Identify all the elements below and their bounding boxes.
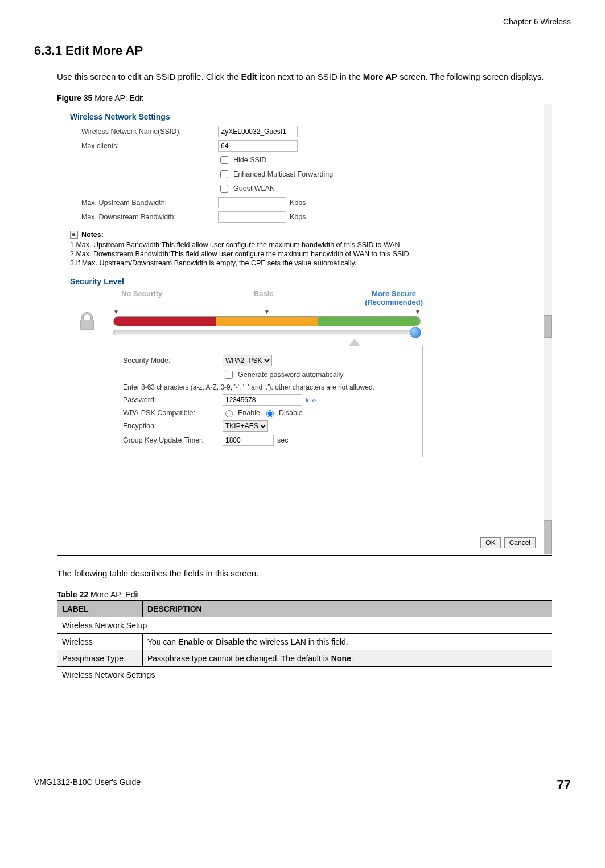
security-level-title: Security Level bbox=[70, 273, 539, 286]
scrollbar-thumb[interactable] bbox=[544, 315, 552, 338]
table-row: Wireless You can Enable or Disable the w… bbox=[57, 633, 552, 650]
hide-ssid-checkbox[interactable] bbox=[220, 156, 228, 164]
row-emf: Enhanced Multicast Forwarding bbox=[70, 169, 539, 180]
level-more-secure-text: More Secure bbox=[372, 289, 416, 298]
level-more-secure: More Secure (Recommended) bbox=[365, 289, 423, 306]
note-item: 3.If Max. Upstream/Downstream Bandwidth … bbox=[70, 259, 539, 267]
intro-text: Use this screen to edit an SSID profile.… bbox=[57, 72, 241, 81]
table-caption: Table 22 More AP: Edit bbox=[57, 590, 571, 599]
bold-text: Enable bbox=[178, 637, 204, 646]
bold-text: Disable bbox=[216, 637, 244, 646]
security-settings-panel: Security Mode: WPA2 -PSK Generate passwo… bbox=[116, 346, 423, 457]
guest-wlan-checkbox[interactable] bbox=[220, 185, 228, 193]
slider-knob[interactable] bbox=[410, 327, 421, 338]
note-item: 2.Max. Downstream Bandwidth:This field a… bbox=[70, 250, 539, 258]
ssid-label: Wireless Network Name(SSID): bbox=[70, 128, 218, 136]
emf-label: Enhanced Multicast Forwarding bbox=[233, 170, 333, 178]
after-figure-text: The following table describes the fields… bbox=[57, 567, 571, 580]
table-title: More AP: Edit bbox=[88, 590, 139, 599]
password-input[interactable] bbox=[223, 394, 302, 406]
row-hide-ssid: Hide SSID bbox=[70, 154, 539, 166]
note-item: 1.Max. Upstream Bandwidth:This field all… bbox=[70, 241, 539, 249]
row-down-bw: Max. Downstream Bandwidth: Kbps bbox=[70, 211, 539, 223]
encryption-select[interactable]: TKIP+AES bbox=[223, 420, 268, 432]
sec-unit-label: sec bbox=[277, 436, 288, 444]
figure-caption: Figure 35 More AP: Edit bbox=[57, 93, 571, 103]
footer-guide: VMG1312-B10C User's Guide bbox=[34, 777, 141, 792]
group-key-timer-input[interactable] bbox=[223, 435, 274, 446]
text: the wireless LAN in this field. bbox=[244, 637, 348, 646]
td-desc: You can Enable or Disable the wireless L… bbox=[143, 633, 552, 650]
security-mode-select[interactable]: WPA2 -PSK bbox=[223, 355, 272, 366]
security-slider[interactable]: ▼▼▼ bbox=[113, 309, 421, 335]
chapter-header: Chapter 6 Wireless bbox=[34, 17, 571, 26]
intro-text: icon next to an SSID in the bbox=[257, 72, 363, 81]
password-hint: Enter 8-63 characters (a-z, A-Z, 0-9, '-… bbox=[123, 383, 374, 391]
ssid-input[interactable] bbox=[218, 126, 298, 137]
kbps-label: Kbps bbox=[290, 213, 306, 221]
group-key-timer-label: Group Key Update Timer: bbox=[123, 436, 223, 444]
table-row: Wireless Network Setup bbox=[57, 617, 552, 633]
generate-password-checkbox[interactable] bbox=[225, 371, 233, 379]
less-link[interactable]: less bbox=[306, 396, 317, 403]
down-bw-label: Max. Downstream Bandwidth: bbox=[70, 213, 218, 221]
cancel-button[interactable]: Cancel bbox=[504, 537, 536, 548]
password-label: Password: bbox=[123, 396, 223, 404]
emf-checkbox[interactable] bbox=[220, 170, 228, 178]
down-bw-input[interactable] bbox=[218, 211, 286, 223]
kbps-label: Kbps bbox=[290, 199, 306, 207]
scrollbar-thumb[interactable] bbox=[544, 520, 552, 554]
max-clients-label: Max clients: bbox=[70, 142, 218, 150]
security-mode-label: Security Mode: bbox=[123, 357, 223, 365]
td-section: Wireless Network Settings bbox=[57, 666, 552, 683]
td-label: Wireless bbox=[57, 633, 143, 650]
level-no-security: No Security bbox=[121, 289, 162, 306]
page-footer: VMG1312-B10C User's Guide 77 bbox=[34, 775, 571, 792]
row-max-clients: Max clients: bbox=[70, 140, 539, 152]
security-slider-row: ▼▼▼ bbox=[70, 309, 539, 335]
enable-label: Enable bbox=[238, 409, 260, 417]
table-row: Passphrase Type Passphrase type cannot b… bbox=[57, 650, 552, 666]
scrollbar-track[interactable] bbox=[544, 104, 552, 555]
wpa-compat-label: WPA-PSK Compatible: bbox=[123, 409, 223, 417]
wns-title: Wireless Network Settings bbox=[70, 112, 539, 121]
table-row: Wireless Network Settings bbox=[57, 666, 552, 683]
lock-icon bbox=[70, 310, 104, 333]
th-label: LABEL bbox=[57, 600, 143, 617]
up-bw-label: Max. Upstream Bandwidth: bbox=[70, 199, 218, 207]
panel-pointer-icon bbox=[349, 339, 360, 346]
td-label: Passphrase Type bbox=[57, 650, 143, 666]
security-level-labels: No Security Basic More Secure (Recommend… bbox=[121, 289, 423, 306]
row-guest: Guest WLAN bbox=[70, 183, 539, 194]
level-basic: Basic bbox=[254, 289, 274, 306]
intro-paragraph: Use this screen to edit an SSID profile.… bbox=[57, 71, 571, 83]
intro-bold-moreap: More AP bbox=[363, 72, 397, 81]
notes-title: Notes: bbox=[81, 231, 104, 239]
wpa-disable-radio[interactable] bbox=[266, 410, 274, 417]
wpa-enable-radio[interactable] bbox=[225, 410, 233, 417]
generate-password-label: Generate password automatically bbox=[238, 371, 344, 379]
max-clients-input[interactable] bbox=[218, 140, 298, 152]
row-up-bw: Max. Upstream Bandwidth: Kbps bbox=[70, 197, 539, 208]
notes-icon: ≡ bbox=[70, 231, 78, 239]
ok-button[interactable]: OK bbox=[480, 537, 500, 548]
text: You can bbox=[147, 637, 178, 646]
up-bw-input[interactable] bbox=[218, 197, 286, 208]
figure-label: Figure 35 bbox=[57, 93, 92, 103]
table-label: Table 22 bbox=[57, 590, 88, 599]
table-header-row: LABEL DESCRIPTION bbox=[57, 600, 552, 617]
level-recommended: (Recommended) bbox=[365, 298, 423, 306]
td-desc: Passphrase type cannot be changed. The d… bbox=[143, 650, 552, 666]
figure-title: More AP: Edit bbox=[92, 93, 143, 103]
text: or bbox=[204, 637, 216, 646]
hide-ssid-label: Hide SSID bbox=[233, 156, 266, 164]
notes-box: ≡ Notes: 1.Max. Upstream Bandwidth:This … bbox=[70, 231, 539, 267]
bold-text: None bbox=[331, 654, 351, 663]
text: . bbox=[351, 654, 353, 663]
intro-bold-edit: Edit bbox=[241, 72, 257, 81]
description-table: LABEL DESCRIPTION Wireless Network Setup… bbox=[57, 600, 552, 683]
dialog-buttons: OK Cancel bbox=[70, 537, 539, 548]
intro-text: screen. The following screen displays. bbox=[397, 72, 544, 81]
disable-label: Disable bbox=[279, 409, 303, 417]
td-section: Wireless Network Setup bbox=[57, 617, 552, 633]
